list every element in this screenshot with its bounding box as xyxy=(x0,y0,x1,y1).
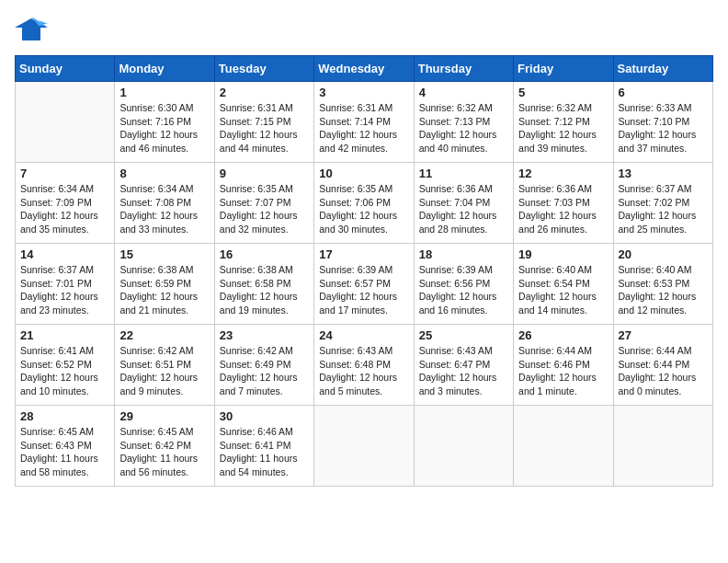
week-row-3: 14Sunrise: 6:37 AM Sunset: 7:01 PM Dayli… xyxy=(16,244,713,325)
day-cell: 12Sunrise: 6:36 AM Sunset: 7:03 PM Dayli… xyxy=(514,163,613,244)
day-info: Sunrise: 6:32 AM Sunset: 7:13 PM Dayligh… xyxy=(419,101,508,155)
day-info: Sunrise: 6:31 AM Sunset: 7:15 PM Dayligh… xyxy=(220,101,309,155)
day-number: 13 xyxy=(619,167,708,180)
day-cell: 13Sunrise: 6:37 AM Sunset: 7:02 PM Dayli… xyxy=(613,163,712,244)
day-number: 1 xyxy=(119,86,209,99)
day-number: 20 xyxy=(619,247,708,261)
day-info: Sunrise: 6:40 AM Sunset: 6:53 PM Dayligh… xyxy=(619,263,708,317)
day-info: Sunrise: 6:43 AM Sunset: 6:48 PM Dayligh… xyxy=(319,344,408,398)
day-info: Sunrise: 6:37 AM Sunset: 7:01 PM Dayligh… xyxy=(20,263,109,317)
day-cell: 26Sunrise: 6:44 AM Sunset: 6:46 PM Dayli… xyxy=(514,325,613,406)
day-info: Sunrise: 6:39 AM Sunset: 6:57 PM Dayligh… xyxy=(319,263,408,317)
day-cell: 11Sunrise: 6:36 AM Sunset: 7:04 PM Dayli… xyxy=(414,163,513,244)
day-cell: 15Sunrise: 6:38 AM Sunset: 6:59 PM Dayli… xyxy=(115,244,214,325)
day-cell: 27Sunrise: 6:44 AM Sunset: 6:44 PM Dayli… xyxy=(613,325,712,406)
day-number: 11 xyxy=(419,167,508,180)
day-cell: 23Sunrise: 6:42 AM Sunset: 6:49 PM Dayli… xyxy=(214,325,313,406)
day-cell: 19Sunrise: 6:40 AM Sunset: 6:54 PM Dayli… xyxy=(514,244,613,325)
day-cell: 1Sunrise: 6:30 AM Sunset: 7:16 PM Daylig… xyxy=(115,82,214,163)
day-number: 3 xyxy=(319,86,408,99)
day-number: 17 xyxy=(319,247,408,261)
day-number: 26 xyxy=(518,328,608,342)
day-number: 10 xyxy=(319,167,408,180)
col-header-saturday: Saturday xyxy=(613,56,712,82)
day-number: 6 xyxy=(619,86,708,99)
week-row-2: 7Sunrise: 6:34 AM Sunset: 7:09 PM Daylig… xyxy=(16,163,713,244)
day-cell: 17Sunrise: 6:39 AM Sunset: 6:57 PM Dayli… xyxy=(314,244,414,325)
day-info: Sunrise: 6:30 AM Sunset: 7:16 PM Dayligh… xyxy=(119,101,209,155)
day-number: 22 xyxy=(119,328,209,342)
day-number: 24 xyxy=(319,328,408,342)
day-cell xyxy=(613,406,712,487)
col-header-tuesday: Tuesday xyxy=(214,56,313,82)
logo xyxy=(15,15,53,44)
day-number: 2 xyxy=(220,86,309,99)
day-cell: 22Sunrise: 6:42 AM Sunset: 6:51 PM Dayli… xyxy=(115,325,214,406)
day-cell: 9Sunrise: 6:35 AM Sunset: 7:07 PM Daylig… xyxy=(214,163,313,244)
day-info: Sunrise: 6:38 AM Sunset: 6:59 PM Dayligh… xyxy=(119,263,209,317)
day-info: Sunrise: 6:43 AM Sunset: 6:47 PM Dayligh… xyxy=(419,344,508,398)
day-number: 14 xyxy=(20,247,109,261)
day-cell: 29Sunrise: 6:45 AM Sunset: 6:42 PM Dayli… xyxy=(115,406,214,487)
week-row-1: 1Sunrise: 6:30 AM Sunset: 7:16 PM Daylig… xyxy=(16,82,713,163)
day-info: Sunrise: 6:34 AM Sunset: 7:08 PM Dayligh… xyxy=(119,182,209,236)
day-number: 28 xyxy=(20,409,109,423)
day-info: Sunrise: 6:40 AM Sunset: 6:54 PM Dayligh… xyxy=(518,263,608,317)
day-number: 16 xyxy=(220,247,309,261)
day-number: 18 xyxy=(419,247,508,261)
day-cell: 14Sunrise: 6:37 AM Sunset: 7:01 PM Dayli… xyxy=(16,244,115,325)
week-row-5: 28Sunrise: 6:45 AM Sunset: 6:43 PM Dayli… xyxy=(16,406,713,487)
day-cell: 8Sunrise: 6:34 AM Sunset: 7:08 PM Daylig… xyxy=(115,163,214,244)
day-info: Sunrise: 6:45 AM Sunset: 6:42 PM Dayligh… xyxy=(119,425,209,479)
day-info: Sunrise: 6:32 AM Sunset: 7:12 PM Dayligh… xyxy=(518,101,608,155)
logo-icon xyxy=(15,15,48,44)
page-header xyxy=(15,15,713,44)
calendar-table: SundayMondayTuesdayWednesdayThursdayFrid… xyxy=(15,55,713,487)
day-cell: 6Sunrise: 6:33 AM Sunset: 7:10 PM Daylig… xyxy=(613,82,712,163)
day-info: Sunrise: 6:41 AM Sunset: 6:52 PM Dayligh… xyxy=(20,344,109,398)
day-info: Sunrise: 6:35 AM Sunset: 7:06 PM Dayligh… xyxy=(319,182,408,236)
day-cell: 5Sunrise: 6:32 AM Sunset: 7:12 PM Daylig… xyxy=(514,82,613,163)
day-cell xyxy=(414,406,513,487)
day-cell: 28Sunrise: 6:45 AM Sunset: 6:43 PM Dayli… xyxy=(16,406,115,487)
col-header-thursday: Thursday xyxy=(414,56,513,82)
day-number: 4 xyxy=(419,86,508,99)
day-info: Sunrise: 6:31 AM Sunset: 7:14 PM Dayligh… xyxy=(319,101,408,155)
col-header-monday: Monday xyxy=(115,56,214,82)
day-cell xyxy=(16,82,115,163)
svg-marker-0 xyxy=(15,18,48,40)
day-cell: 21Sunrise: 6:41 AM Sunset: 6:52 PM Dayli… xyxy=(16,325,115,406)
day-cell: 4Sunrise: 6:32 AM Sunset: 7:13 PM Daylig… xyxy=(414,82,513,163)
day-info: Sunrise: 6:35 AM Sunset: 7:07 PM Dayligh… xyxy=(220,182,309,236)
day-number: 7 xyxy=(20,167,109,180)
day-info: Sunrise: 6:45 AM Sunset: 6:43 PM Dayligh… xyxy=(20,425,109,479)
day-number: 19 xyxy=(518,247,608,261)
day-cell: 24Sunrise: 6:43 AM Sunset: 6:48 PM Dayli… xyxy=(314,325,414,406)
day-cell: 16Sunrise: 6:38 AM Sunset: 6:58 PM Dayli… xyxy=(214,244,313,325)
col-header-sunday: Sunday xyxy=(16,56,115,82)
day-info: Sunrise: 6:42 AM Sunset: 6:49 PM Dayligh… xyxy=(220,344,309,398)
day-number: 12 xyxy=(518,167,608,180)
day-number: 8 xyxy=(119,167,209,180)
day-cell: 20Sunrise: 6:40 AM Sunset: 6:53 PM Dayli… xyxy=(613,244,712,325)
day-info: Sunrise: 6:34 AM Sunset: 7:09 PM Dayligh… xyxy=(20,182,109,236)
day-info: Sunrise: 6:39 AM Sunset: 6:56 PM Dayligh… xyxy=(419,263,508,317)
day-cell: 3Sunrise: 6:31 AM Sunset: 7:14 PM Daylig… xyxy=(314,82,414,163)
day-info: Sunrise: 6:36 AM Sunset: 7:04 PM Dayligh… xyxy=(419,182,508,236)
day-number: 29 xyxy=(119,409,209,423)
day-cell: 10Sunrise: 6:35 AM Sunset: 7:06 PM Dayli… xyxy=(314,163,414,244)
day-info: Sunrise: 6:37 AM Sunset: 7:02 PM Dayligh… xyxy=(619,182,708,236)
day-info: Sunrise: 6:33 AM Sunset: 7:10 PM Dayligh… xyxy=(619,101,708,155)
day-number: 5 xyxy=(518,86,608,99)
calendar-header-row: SundayMondayTuesdayWednesdayThursdayFrid… xyxy=(16,56,713,82)
day-info: Sunrise: 6:42 AM Sunset: 6:51 PM Dayligh… xyxy=(119,344,209,398)
col-header-friday: Friday xyxy=(514,56,613,82)
day-info: Sunrise: 6:44 AM Sunset: 6:46 PM Dayligh… xyxy=(518,344,608,398)
day-number: 9 xyxy=(220,167,309,180)
day-cell: 18Sunrise: 6:39 AM Sunset: 6:56 PM Dayli… xyxy=(414,244,513,325)
day-cell: 25Sunrise: 6:43 AM Sunset: 6:47 PM Dayli… xyxy=(414,325,513,406)
day-info: Sunrise: 6:46 AM Sunset: 6:41 PM Dayligh… xyxy=(220,425,309,479)
day-cell: 30Sunrise: 6:46 AM Sunset: 6:41 PM Dayli… xyxy=(214,406,313,487)
day-info: Sunrise: 6:38 AM Sunset: 6:58 PM Dayligh… xyxy=(220,263,309,317)
day-number: 23 xyxy=(220,328,309,342)
